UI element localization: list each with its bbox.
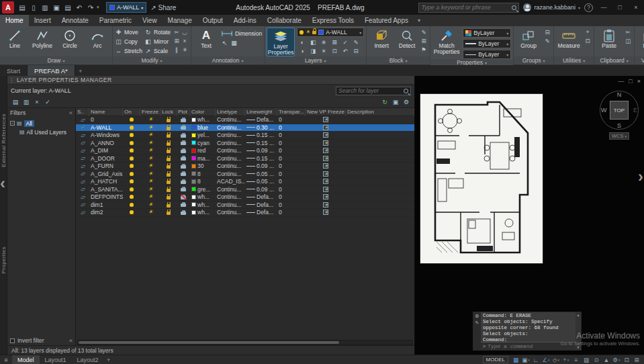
layer-lock-icon[interactable] [160, 125, 177, 130]
isodraft-icon[interactable]: ◇▾ [551, 356, 561, 364]
scale-tool-button[interactable]: ↗Scale [144, 46, 171, 55]
layer-transparency[interactable]: 0 [277, 132, 306, 138]
layer-freeze-sun-icon[interactable]: ☀ [140, 156, 160, 161]
layer-on-bulb-icon[interactable] [123, 133, 140, 137]
compass-east[interactable]: E [633, 107, 637, 113]
layer-plot-icon[interactable] [177, 171, 190, 176]
maximize-button[interactable]: □ [612, 1, 628, 14]
layer-on-bulb-icon[interactable] [123, 172, 140, 176]
layer-off-icon[interactable]: ◐ [297, 38, 308, 46]
layer-freeze-sun-icon[interactable]: ☀ [140, 117, 160, 122]
search-icon[interactable] [512, 5, 516, 10]
layer-on-bulb-icon[interactable] [123, 164, 140, 168]
customize-wrench-icon[interactable]: ⚙ [475, 314, 479, 319]
ortho-mode-icon[interactable]: ∟ [531, 356, 541, 364]
layer-lineweight[interactable]: 0.09 ... [245, 163, 277, 169]
ribbon-tab-collaborate[interactable]: Collaborate [262, 15, 307, 26]
text-tool-button[interactable]: A Text [193, 28, 219, 56]
copy-tool-button[interactable]: ◫Copy [115, 37, 142, 46]
lineweight-dropdown[interactable]: ByLayer ▾ [463, 39, 511, 48]
filter-item-all[interactable]: − ▤ All [10, 119, 75, 128]
layer-linetype[interactable]: ACAD_IS... [216, 178, 245, 185]
panel-clipboard-footer[interactable]: Clipboard▾ [594, 56, 634, 64]
group-edit-icon[interactable]: ✎ [543, 36, 551, 45]
layer-plot-icon[interactable] [177, 210, 190, 215]
ribbon-tab-express-tools[interactable]: Express Tools [307, 15, 359, 26]
layer-lineweight[interactable]: 0.09 ... [245, 186, 277, 193]
ribbon-tab-view[interactable]: View [137, 15, 163, 26]
external-references-tab[interactable]: External References [1, 113, 7, 167]
layer-color[interactable]: blue [190, 124, 216, 131]
column-header-on[interactable]: On [123, 108, 140, 116]
help-search-box[interactable] [418, 3, 519, 13]
layer-new-vp-freeze-icon[interactable] [306, 179, 346, 184]
layer-on-bulb-icon[interactable] [123, 210, 140, 214]
layer-linetype[interactable]: Continu... [216, 147, 245, 154]
object-snap-icon[interactable]: ⌖▾ [561, 356, 571, 364]
isolate-objects-icon[interactable]: ⊡ [622, 356, 631, 364]
ungroup-icon[interactable]: ⊟ [543, 28, 551, 36]
open-file-icon[interactable]: ▥ [40, 2, 50, 13]
cut-icon[interactable]: ✂ [624, 28, 632, 36]
measure-button[interactable]: Measure [556, 28, 582, 56]
layer-freeze-sun-icon[interactable]: ☀ [140, 210, 160, 215]
layout-tab-model[interactable]: Model [12, 355, 40, 364]
layer-lineweight[interactable]: 0.05 ... [245, 178, 277, 185]
layer-row-A_DIM[interactable]: ▱A_DIM☀redContinu...0.09 ...0 [76, 147, 414, 155]
ribbon-tab-parametric[interactable]: Parametric [94, 15, 137, 26]
layer-color[interactable]: wh... [190, 116, 216, 123]
hamburger-menu-icon[interactable]: ≡ [0, 357, 12, 363]
layer-color[interactable]: red [190, 147, 216, 154]
ribbon-tab-insert[interactable]: Insert [29, 15, 56, 26]
layer-transparency[interactable]: 0 [277, 163, 306, 169]
viewcube-top-face[interactable]: TOP [610, 101, 629, 120]
layer-freeze-sun-icon[interactable]: ☀ [140, 202, 160, 208]
layer-states-icon[interactable]: ▣ [391, 98, 400, 107]
layer-color[interactable]: wh... [190, 209, 216, 216]
layer-lock-icon[interactable] [160, 202, 177, 208]
layer-transparency[interactable]: 0 [277, 178, 306, 185]
copy-clip-icon[interactable]: ◫ [624, 36, 632, 45]
layer-lock-icon[interactable] [160, 179, 177, 184]
qat-caret-down-icon[interactable]: ▾ [97, 5, 102, 10]
column-header-plot[interactable]: Plot [177, 108, 190, 116]
layer-lock-icon[interactable]: ⊠ [329, 38, 340, 46]
polar-tracking-icon[interactable]: ∠▾ [541, 356, 551, 364]
panel-block-footer[interactable]: Block▾ [367, 56, 430, 64]
layer-plot-icon[interactable] [177, 125, 190, 130]
layer-plot-icon[interactable] [177, 148, 190, 153]
file-tab-drawing[interactable]: PREFAB A* [28, 65, 75, 76]
workspace-gear-icon[interactable]: ⚙▾ [612, 356, 621, 364]
layer-on-bulb-icon[interactable] [123, 187, 140, 191]
offset-icon[interactable]: ∥ [173, 45, 181, 54]
layer-on-bulb-icon[interactable] [123, 126, 140, 130]
recent-commands-icon[interactable]: ✎ [475, 320, 479, 326]
layer-on-bulb-icon[interactable] [123, 141, 140, 145]
ribbon-tab-featured-apps[interactable]: Featured Apps [359, 15, 414, 26]
layer-linetype[interactable]: Continu... [216, 186, 245, 193]
properties-tab[interactable]: Properties [1, 246, 7, 273]
ribbon-tab-manage[interactable]: Manage [163, 15, 197, 26]
paste-button[interactable]: Paste [596, 28, 622, 56]
viewcube-compass[interactable]: N S W E TOP [600, 91, 639, 130]
layer-transparency[interactable]: 0 [277, 209, 306, 216]
layer-new-vp-freeze-icon[interactable] [306, 210, 346, 215]
clean-screen-icon[interactable]: ⊞ [632, 356, 641, 364]
layer-on-bulb-icon[interactable] [123, 195, 140, 199]
redo-icon[interactable]: ↷ [85, 2, 96, 13]
polyline-tool-button[interactable]: Polyline [30, 28, 55, 56]
make-current-layer-icon[interactable]: ✓ [340, 38, 351, 46]
scrollbar-thumb[interactable] [79, 341, 339, 344]
annotation-scale-icon[interactable]: ▲ [602, 356, 611, 364]
layer-freeze-sun-icon[interactable]: ☀ [140, 140, 160, 146]
arc-tool-button[interactable]: Arc [85, 28, 110, 56]
layer-freeze-sun-icon[interactable]: ☀ [140, 194, 160, 199]
layer-lineweight[interactable]: 0.15 ... [245, 132, 277, 138]
ribbon-tab-annotate[interactable]: Annotate [56, 15, 94, 26]
layer-color[interactable]: cyan [190, 140, 216, 146]
rotate-tool-button[interactable]: ↻Rotate [144, 28, 171, 36]
layer-row-A_SANITA...[interactable]: ▱A_SANITA...☀gre...Continu...0.09 ...0 [76, 186, 414, 194]
column-header-color[interactable]: Color [190, 108, 216, 116]
layer-lock-icon[interactable] [160, 194, 177, 199]
table-icon[interactable]: ▦ [230, 40, 238, 46]
